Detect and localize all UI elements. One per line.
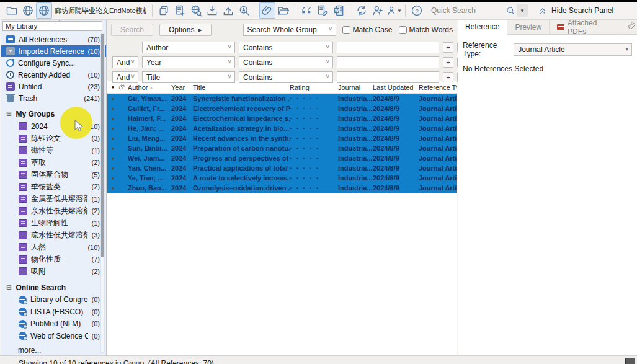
search-value-input[interactable] [337, 56, 439, 68]
sidebar-item[interactable]: Trash (241) [1, 92, 106, 104]
quick-search-options-dropdown[interactable]: ▼ [517, 4, 528, 17]
column-header-rating[interactable]: Rating [290, 84, 338, 91]
table-row[interactable]: ● Ye, Tian; ... 2024 A route to selectiv… [107, 173, 457, 183]
online-search-label: Online Search [16, 283, 66, 292]
sync-library-button[interactable] [354, 2, 370, 19]
integrated-library-mode-button[interactable] [36, 2, 52, 19]
sidebar-item[interactable]: Imported References (10) [1, 45, 106, 57]
group-item[interactable]: 萃取 (2) [1, 157, 106, 169]
open-file-button[interactable] [275, 2, 292, 19]
table-row[interactable]: ● Sun, Binbi... 2024 Preparation of carb… [107, 143, 457, 153]
layout-button[interactable] [625, 358, 635, 364]
help-button[interactable] [409, 2, 425, 19]
search-button[interactable]: Search [111, 24, 153, 36]
column-header-year[interactable]: Year [171, 84, 193, 91]
rating-cell: · · · · · [290, 144, 338, 152]
unread-column-header-icon[interactable]: ● [107, 84, 118, 90]
table-row[interactable]: ● He, Jian; ... 2024 Acetalization strat… [107, 123, 457, 133]
group-item[interactable]: 固体聚合物 (5) [1, 169, 106, 181]
sidebar-scrollbar[interactable] [100, 33, 105, 353]
quick-search-go-button[interactable] [504, 2, 517, 19]
group-item[interactable]: 疏水性低共熔溶剂 (3) [1, 229, 106, 242]
field-dropdown[interactable]: Year [142, 56, 235, 68]
table-row[interactable]: ● Zhuo, Bao... 2024 Ozonolysis–oxidation… [107, 183, 457, 193]
online-database-item[interactable]: Web of Science Co... (0) [1, 330, 106, 342]
group-item[interactable]: 天然 (10) [1, 241, 106, 254]
column-header-journal[interactable]: Journal [338, 84, 373, 91]
online-database-item[interactable]: PubMed (NLM) (0) [1, 318, 106, 331]
options-button[interactable]: Options ▶ [159, 24, 212, 36]
table-row[interactable]: ● Gu, Yiman... 2024 Synergistic function… [107, 94, 457, 104]
search-scope-dropdown[interactable]: Search Whole Group [243, 24, 336, 36]
tab-reference[interactable]: Reference [458, 20, 507, 35]
sidebar-item-count: (23) [87, 83, 100, 91]
search-value-input[interactable] [337, 42, 439, 53]
table-header-row[interactable]: ● Author˄ Year Title Rating Journal Last… [107, 81, 457, 94]
title-cell: Ozonolysis–oxidation-driven ... [193, 184, 290, 192]
table-row[interactable]: ● Haimerl, F... 2024 Electrochemical imp… [107, 113, 457, 123]
output-style-dropdown[interactable]: 廊坊师院毕业论文EndNote模板 ▼ [55, 6, 146, 16]
open-library-button[interactable] [4, 2, 20, 19]
hide-search-panel-button[interactable]: Hide Search Panel [538, 6, 613, 16]
attach-file-button[interactable] [259, 2, 275, 19]
group-item[interactable]: 磁性等 (1) [1, 144, 106, 157]
online-database-item[interactable]: LISTA (EBSCO) (0) [1, 306, 106, 318]
add-criteria-button[interactable]: + [443, 72, 453, 82]
new-reference-button[interactable] [172, 2, 188, 19]
column-header-title[interactable]: Title [193, 84, 290, 91]
copy-references-button[interactable] [156, 2, 172, 19]
more-databases-link[interactable]: more... [1, 342, 106, 355]
year-cell: 2024 [171, 135, 193, 142]
table-row[interactable]: ● Yan, Chen... 2024 Practical applicatio… [107, 163, 457, 173]
column-header-reference-type[interactable]: Reference Ty [419, 84, 457, 91]
group-item[interactable]: 生物降解性 (1) [1, 217, 106, 229]
attachment-column-header-icon[interactable] [118, 83, 128, 92]
export-button[interactable] [220, 2, 236, 19]
sidebar-item[interactable]: Configure Sync... [1, 57, 106, 69]
my-library-header[interactable]: My Library ⌃ [2, 21, 102, 31]
collapse-panel-icon[interactable]: ⌃ [56, 20, 61, 25]
import-button[interactable] [204, 2, 220, 19]
online-search-button[interactable] [188, 2, 204, 19]
format-bibliography-button[interactable] [314, 2, 331, 19]
operator-dropdown[interactable]: Contains [239, 42, 333, 53]
online-database-item[interactable]: Library of Congress (0) [1, 294, 106, 306]
collapse-group-icon[interactable]: ⊟ [6, 285, 11, 291]
attach-pdf-button[interactable] [628, 21, 637, 33]
add-criteria-button[interactable]: + [443, 42, 453, 53]
local-library-mode-button[interactable] [20, 2, 36, 19]
group-item[interactable]: 季铵盐类 (2) [1, 181, 106, 193]
group-item[interactable]: 吸附 (2) [1, 265, 106, 278]
column-header-last-updated[interactable]: Last Updated [373, 84, 419, 91]
match-words-checkbox[interactable]: Match Words [399, 25, 453, 34]
operator-dropdown[interactable]: Contains [239, 56, 333, 68]
table-row[interactable]: ● Guillet, Fr... 2024 Electrochemical re… [107, 104, 457, 113]
add-criteria-button[interactable]: + [443, 57, 453, 68]
field-dropdown[interactable]: Author [142, 42, 235, 53]
sidebar-item[interactable]: Recently Added (10) [1, 69, 106, 81]
group-item[interactable]: 陈钰论文 (3) [1, 133, 106, 145]
collapse-group-icon[interactable]: ⊟ [6, 111, 11, 117]
quick-search-input[interactable] [431, 6, 504, 15]
reference-type-dropdown[interactable]: Journal Article [514, 43, 632, 56]
tab-attached-pdfs[interactable]: Attached PDFs [550, 20, 621, 35]
insert-citation-button[interactable] [298, 2, 314, 19]
table-row[interactable]: ● Wei, Jiam... 2024 Progress and perspec… [107, 153, 457, 163]
column-header-author[interactable]: Author˄ [128, 84, 171, 91]
find-fulltext-button[interactable] [236, 2, 252, 19]
match-case-checkbox[interactable]: Match Case [342, 25, 393, 34]
sidebar-item[interactable]: All References (70) [1, 33, 106, 45]
share-library-button[interactable] [370, 2, 386, 19]
group-item[interactable]: 物化性质 (7) [1, 254, 106, 266]
conjunction-dropdown[interactable]: And [112, 56, 138, 68]
word-cwyw-button[interactable] [331, 2, 347, 19]
online-search-header[interactable]: ⊟ Online Search [1, 282, 106, 294]
share-group-button[interactable]: ▼ [386, 2, 402, 19]
sidebar-item[interactable]: Unfiled (23) [1, 81, 106, 92]
sidebar-scrollbar-thumb[interactable] [101, 34, 104, 257]
word-cwyw-icon [332, 4, 345, 17]
table-row[interactable]: ● Liu, Meng... 2024 Recent advances in t… [107, 133, 457, 143]
group-item[interactable]: 金属基低共熔溶剂 (1) [1, 193, 106, 205]
group-item[interactable]: 亲水性低共熔溶剂 (2) [1, 205, 106, 218]
tab-preview[interactable]: Preview [507, 20, 550, 35]
